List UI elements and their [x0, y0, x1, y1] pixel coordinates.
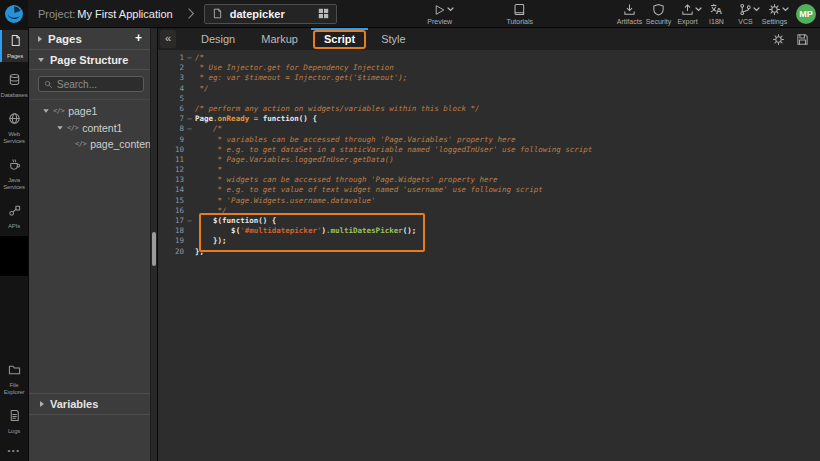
- widget-icon: </>: [67, 124, 78, 132]
- pages-icon: [9, 33, 22, 51]
- page-structure-header[interactable]: Page Structure: [29, 50, 157, 70]
- sidebar-item-web-services[interactable]: Web Services: [0, 108, 28, 147]
- fold-marker: [184, 175, 195, 185]
- vcs-icon: [739, 3, 752, 17]
- export-icon: [681, 3, 694, 17]
- sidebar-item-logs[interactable]: Logs: [0, 405, 28, 437]
- fold-marker[interactable]: –: [184, 53, 195, 63]
- fold-marker: [184, 94, 195, 104]
- code-line[interactable]: 13 * widgets can be accessed through 'Pa…: [158, 175, 820, 185]
- line-number: 15: [158, 196, 184, 206]
- line-number: 4: [158, 84, 184, 94]
- fold-marker: [184, 145, 195, 155]
- fold-marker: [184, 196, 195, 206]
- line-number: 5: [158, 94, 184, 104]
- fold-marker: [184, 236, 195, 246]
- topbar-export-button[interactable]: Export: [673, 0, 702, 28]
- editor-tab-bar: « DesignMarkupScriptStyle: [158, 28, 820, 50]
- scrollbar-thumb[interactable]: [152, 232, 156, 266]
- globe-icon: [8, 111, 21, 129]
- tree-item-page1[interactable]: </>page1: [29, 103, 157, 120]
- expand-triangle-icon[interactable]: [38, 58, 44, 62]
- variables-section-header[interactable]: Variables: [29, 393, 150, 415]
- line-number: 20: [158, 247, 184, 257]
- line-number: 8: [158, 124, 184, 134]
- code-line[interactable]: 8– /*: [158, 124, 820, 134]
- code-line[interactable]: 15 * 'Page.Widgets.username.datavalue': [158, 196, 820, 206]
- sidebar-item-pages[interactable]: Pages: [0, 30, 28, 62]
- tutorials-button[interactable]: Tutorials: [505, 0, 535, 28]
- section-title: Page Structure: [50, 54, 128, 66]
- topbar-security-button[interactable]: Security: [644, 0, 673, 28]
- topbar-vcs-button[interactable]: VCS: [731, 0, 760, 28]
- page-structure-tree: </>page1</>content1</>page_content1: [29, 100, 157, 153]
- code-line[interactable]: 9 * variables can be accessed through 'P…: [158, 135, 820, 145]
- code-line[interactable]: 12 *: [158, 165, 820, 175]
- collapse-triangle-icon[interactable]: [38, 36, 42, 42]
- code-line[interactable]: 6/* perform any action on widgets/variab…: [158, 104, 820, 114]
- grid-icon[interactable]: [318, 5, 329, 23]
- chevron-right-icon: [187, 7, 195, 20]
- code-highlight-box: [199, 213, 425, 252]
- panel-scrollbar[interactable]: [150, 28, 157, 461]
- code-line[interactable]: 1–/*: [158, 53, 820, 63]
- settings-gear-button[interactable]: [772, 33, 785, 46]
- code-area[interactable]: 1–/*2 * Use Injector.get for Dependency …: [158, 50, 820, 461]
- svg-text:A: A: [716, 6, 723, 16]
- code-line[interactable]: 11 * Page.Variables.loggedInUser.getData…: [158, 155, 820, 165]
- collapse-panel-button[interactable]: «: [160, 30, 176, 48]
- preview-button[interactable]: Preview: [425, 0, 455, 28]
- line-number: 2: [158, 63, 184, 73]
- expand-triangle-icon[interactable]: [57, 126, 62, 130]
- fold-marker: [184, 84, 195, 94]
- line-number: 18: [158, 226, 184, 236]
- search-box: [38, 76, 144, 92]
- avatar[interactable]: MP: [796, 4, 816, 24]
- code-line[interactable]: 14 * e.g. to get value of text widget na…: [158, 185, 820, 195]
- fold-marker: [184, 247, 195, 257]
- tab-script[interactable]: Script: [311, 28, 368, 50]
- line-number: 10: [158, 145, 184, 155]
- search-input[interactable]: [57, 79, 138, 90]
- code-line[interactable]: 4 */: [158, 84, 820, 94]
- sidebar-item-apis[interactable]: APIs: [0, 200, 28, 232]
- tree-item-page-content1[interactable]: </>page_content1: [29, 136, 157, 153]
- line-number: 6: [158, 104, 184, 114]
- topbar-i18n-button[interactable]: AI18N: [702, 0, 731, 28]
- collapse-triangle-icon[interactable]: [40, 401, 44, 407]
- play-icon: [434, 3, 446, 17]
- wavemaker-logo-icon[interactable]: [0, 0, 28, 28]
- tab-style[interactable]: Style: [368, 28, 418, 50]
- code-line[interactable]: 2 * Use Injector.get for Dependency Inje…: [158, 63, 820, 73]
- more-options-button[interactable]: •••: [0, 439, 28, 461]
- code-line[interactable]: 10 * e.g. to get dataSet in a staticVari…: [158, 145, 820, 155]
- fold-marker[interactable]: –: [184, 216, 195, 226]
- line-number: 14: [158, 185, 184, 195]
- page-tab-datepicker[interactable]: datepicker: [204, 4, 337, 24]
- topbar-artifacts-button[interactable]: Artifacts: [615, 0, 644, 28]
- save-button[interactable]: [796, 33, 809, 46]
- code-line[interactable]: 3 * eg: var $timeout = Injector.get('$ti…: [158, 73, 820, 83]
- add-page-button[interactable]: +: [131, 31, 146, 46]
- settings-icon: [768, 3, 781, 17]
- code-line[interactable]: 7–Page.onReady = function() {: [158, 114, 820, 124]
- project-name: My First Application: [77, 8, 172, 20]
- database-icon: [8, 72, 21, 90]
- tree-item-content1[interactable]: </>content1: [29, 120, 157, 137]
- api-icon: [8, 203, 21, 221]
- fold-marker[interactable]: –: [184, 124, 195, 134]
- tab-design[interactable]: Design: [188, 28, 248, 50]
- widget-icon: </>: [53, 107, 64, 115]
- sidebar-item-databases[interactable]: Databases: [0, 69, 28, 101]
- line-number: 12: [158, 165, 184, 175]
- topbar-settings-button[interactable]: Settings: [760, 0, 789, 28]
- sidebar-item-java-services[interactable]: Java Services: [0, 154, 28, 193]
- code-line[interactable]: 5: [158, 94, 820, 104]
- fold-marker[interactable]: –: [184, 114, 195, 124]
- expand-triangle-icon[interactable]: [43, 109, 48, 113]
- line-number: 9: [158, 135, 184, 145]
- sidebar-item-file-explorer[interactable]: File Explorer: [0, 359, 28, 398]
- fold-marker: [184, 155, 195, 165]
- widget-icon: </>: [75, 140, 86, 148]
- tab-markup[interactable]: Markup: [248, 28, 311, 50]
